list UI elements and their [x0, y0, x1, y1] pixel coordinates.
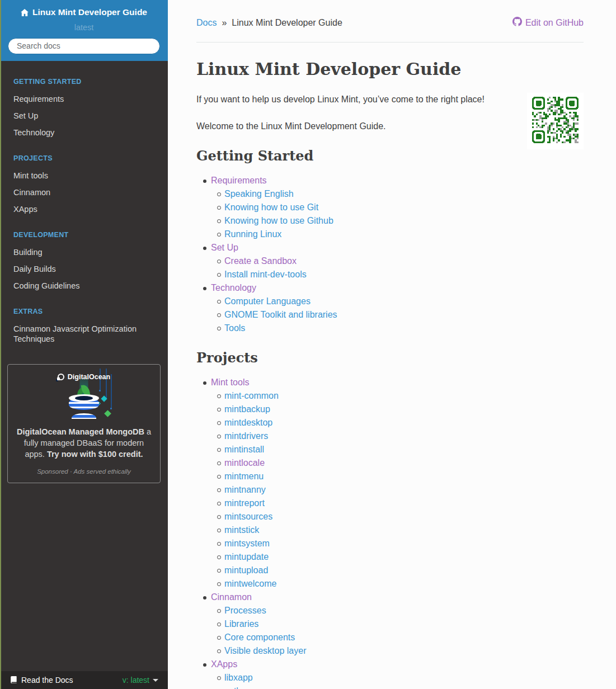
- toc-link-speaking-english[interactable]: Speaking English: [224, 189, 294, 199]
- toc-link-technology[interactable]: Technology: [211, 283, 256, 292]
- toc-link-install-mint-dev-tools[interactable]: Install mint-dev-tools: [224, 270, 307, 279]
- toc-link-mintstick[interactable]: mintstick: [224, 525, 259, 535]
- sidebar-item-coding-guidelines[interactable]: Coding Guidelines: [0, 277, 168, 294]
- toc-subitem: Install mint-dev-tools: [219, 268, 584, 281]
- version-flyout-toggle[interactable]: v: latest: [123, 676, 158, 685]
- sponsor-ad[interactable]: DigitalOcean DigitalOcean Managed MongoD…: [7, 364, 161, 483]
- toc-subitem: mintwelcome: [219, 577, 584, 591]
- toc-subitem: Tools: [219, 322, 584, 335]
- toc-subitem: Running Linux: [219, 228, 584, 241]
- toc-link-running-linux[interactable]: Running Linux: [224, 229, 281, 239]
- edit-on-github-label: Edit on GitHub: [525, 18, 584, 28]
- toc-subitem: Create a Sandbox: [219, 254, 584, 268]
- edit-on-github-link[interactable]: Edit on GitHub: [512, 17, 584, 29]
- toc-subitem: python-xapp: [219, 685, 584, 689]
- toc-item: TechnologyComputer LanguagesGNOME Toolki…: [205, 281, 584, 335]
- section-heading: Projects: [196, 350, 584, 366]
- toc-subitem: Knowing how to use Git: [219, 201, 584, 214]
- page-title: Linux Mint Developer Guide: [196, 59, 584, 79]
- sidebar-item-daily-builds[interactable]: Daily Builds: [0, 261, 168, 277]
- breadcrumb-current: Linux Mint Developer Guide: [232, 18, 342, 28]
- sidebar-item-technology[interactable]: Technology: [0, 124, 168, 141]
- sidebar-item-set-up[interactable]: Set Up: [0, 107, 168, 124]
- ad-image[interactable]: DigitalOcean: [50, 369, 117, 419]
- toc-link-mintsystem[interactable]: mintsystem: [224, 539, 270, 548]
- sidebar-item-xapps[interactable]: XApps: [0, 201, 168, 218]
- toc-link-libraries[interactable]: Libraries: [224, 619, 258, 629]
- toc-subitem: mintmenu: [219, 470, 584, 483]
- toc-item: XAppslibxapppython-xapp: [205, 658, 584, 689]
- toc-link-computer-languages[interactable]: Computer Languages: [224, 296, 311, 306]
- toc-link-mintinstall[interactable]: mintinstall: [224, 445, 264, 454]
- toc-link-mintreport[interactable]: mintreport: [224, 498, 265, 508]
- nav-caption: EXTRAS: [0, 294, 168, 320]
- book-icon: [10, 676, 17, 685]
- toc-item: CinnamonProcessesLibrariesCore component…: [205, 591, 584, 658]
- paragraph: If you want to help us develop Linux Min…: [196, 93, 584, 106]
- toc-link-mintbackup[interactable]: mintbackup: [224, 404, 270, 414]
- toc-link-cinnamon[interactable]: Cinnamon: [211, 592, 252, 602]
- sidebar-item-cinnamon[interactable]: Cinnamon: [0, 184, 168, 201]
- ad-headline: DigitalOcean Managed MongoDB: [17, 427, 144, 436]
- digitalocean-brand: DigitalOcean: [68, 373, 110, 381]
- toc-item: RequirementsSpeaking EnglishKnowing how …: [205, 174, 584, 241]
- read-the-docs-link[interactable]: Read the Docs: [10, 676, 73, 685]
- toc-item: Set UpCreate a SandboxInstall mint-dev-t…: [205, 241, 584, 281]
- toc-subitem: mintupload: [219, 564, 584, 577]
- nav-caption: DEVELOPMENT: [0, 218, 168, 244]
- search-input[interactable]: [8, 38, 160, 54]
- database-cylinder: [69, 398, 99, 410]
- circuit-dot: [110, 408, 112, 409]
- ad-text[interactable]: DigitalOcean Managed MongoDB a fully man…: [14, 426, 154, 460]
- toc-link-mint-tools[interactable]: Mint tools: [211, 377, 249, 387]
- toc-link-xapps[interactable]: XApps: [211, 659, 237, 669]
- toc-subitem: mintstick: [219, 523, 584, 537]
- toc-link-knowing-how-to-use-git[interactable]: Knowing how to use Git: [224, 202, 318, 212]
- toc-link-gnome-toolkit-and-libraries[interactable]: GNOME Toolkit and libraries: [224, 310, 337, 319]
- toc-link-mint-common[interactable]: mint-common: [224, 391, 279, 400]
- toc-link-tools[interactable]: Tools: [224, 323, 245, 333]
- toc-link-mintmenu[interactable]: mintmenu: [224, 471, 264, 481]
- toc-link-mintsources[interactable]: mintsources: [224, 512, 272, 521]
- toc-link-set-up[interactable]: Set Up: [211, 243, 238, 252]
- toc-subitem: mintdesktop: [219, 416, 584, 430]
- toc-subitem: Processes: [219, 604, 584, 617]
- toc-link-mintnanny[interactable]: mintnanny: [224, 485, 266, 494]
- project-home-link[interactable]: Linux Mint Developer Guide: [21, 7, 147, 17]
- toc-link-core-components[interactable]: Core components: [224, 633, 295, 642]
- toc-link-mintdesktop[interactable]: mintdesktop: [224, 418, 272, 427]
- toc-link-processes[interactable]: Processes: [224, 606, 266, 615]
- toc-link-mintwelcome[interactable]: mintwelcome: [224, 579, 276, 588]
- toc-link-python-xapp[interactable]: python-xapp: [224, 686, 274, 689]
- version-label: latest: [8, 23, 160, 32]
- toc-subitem: Libraries: [219, 617, 584, 631]
- read-the-docs-label: Read the Docs: [21, 676, 73, 685]
- nav-caption: GETTING STARTED: [0, 65, 168, 91]
- toc-link-mintlocale[interactable]: mintlocale: [224, 458, 265, 468]
- toc-subitem: mintdrivers: [219, 430, 584, 443]
- toc-link-mintupdate[interactable]: mintupdate: [224, 552, 269, 561]
- green-diamond: [104, 410, 111, 417]
- sidebar-item-cinnamon-javascript-optimization-techniques[interactable]: Cinnamon Javascript Optimization Techniq…: [0, 320, 168, 347]
- toc-subitem: mint-common: [219, 389, 584, 403]
- toc-subitem: mintnanny: [219, 483, 584, 497]
- sidebar-item-building[interactable]: Building: [0, 244, 168, 261]
- sidebar-item-requirements[interactable]: Requirements: [0, 91, 168, 107]
- toc-link-mintdrivers[interactable]: mintdrivers: [224, 431, 268, 441]
- toc-subitem: libxapp: [219, 671, 584, 685]
- toc-subitem: Visible desktop layer: [219, 644, 584, 658]
- toc-link-knowing-how-to-use-github[interactable]: Knowing how to use Github: [224, 216, 333, 225]
- toc-link-visible-desktop-layer[interactable]: Visible desktop layer: [224, 646, 306, 655]
- toc-subitem: Computer Languages: [219, 295, 584, 308]
- toc-link-requirements[interactable]: Requirements: [211, 176, 267, 185]
- toc-subitem: mintreport: [219, 497, 584, 510]
- toc-link-mintupload[interactable]: mintupload: [224, 565, 268, 575]
- toc-link-libxapp[interactable]: libxapp: [224, 673, 253, 682]
- nav-caption: PROJECTS: [0, 141, 168, 167]
- toc-subitem: Core components: [219, 631, 584, 644]
- sidebar-item-mint-tools[interactable]: Mint tools: [0, 167, 168, 184]
- rtd-footer: Read the Docs v: latest: [0, 671, 168, 689]
- toc-link-create-a-sandbox[interactable]: Create a Sandbox: [224, 256, 297, 266]
- project-title: Linux Mint Developer Guide: [32, 7, 147, 17]
- breadcrumb-docs-link[interactable]: Docs: [196, 18, 217, 28]
